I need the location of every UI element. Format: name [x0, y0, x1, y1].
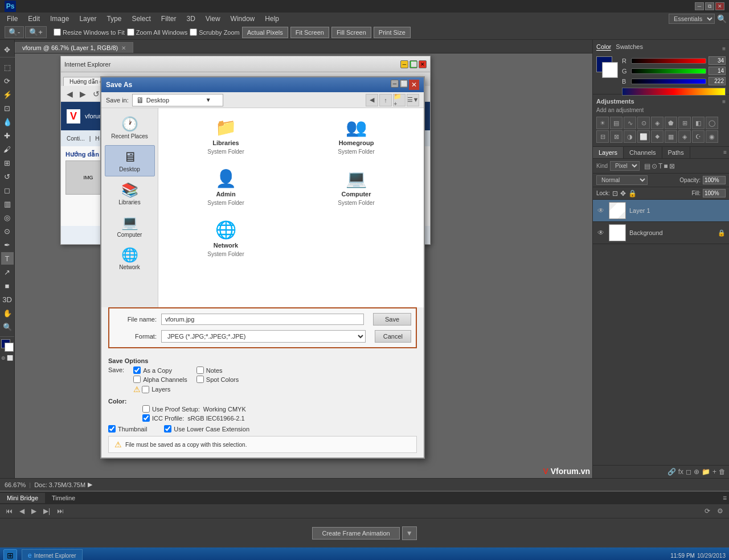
color-panel-menu[interactable]: ≡ — [722, 46, 726, 52]
minibridge-settings[interactable]: ⚙ — [715, 507, 726, 516]
adj-vibrance[interactable]: ◈ — [651, 117, 664, 129]
paths-tab[interactable]: Paths — [662, 147, 690, 158]
b-value[interactable] — [708, 77, 726, 85]
menu-select[interactable]: Select — [127, 14, 155, 24]
r-value[interactable] — [708, 56, 726, 65]
print-size-button[interactable]: Print Size — [374, 27, 411, 38]
as-a-copy-checkbox[interactable] — [133, 367, 141, 374]
browser-minimize[interactable]: ─ — [400, 60, 408, 68]
resize-windows-checkbox[interactable] — [54, 28, 61, 36]
minibridge-back[interactable]: ◀ — [17, 507, 27, 516]
save-in-dropdown[interactable]: 🖥 Desktop ▼ — [132, 94, 223, 106]
fit-screen-button[interactable]: Fit Screen — [290, 27, 329, 38]
tool-dodge[interactable]: ⊙ — [1, 225, 14, 237]
minibridge-next[interactable]: ▶| — [41, 507, 52, 516]
sidebar-desktop[interactable]: 🖥 Desktop — [105, 145, 155, 176]
zoom-in-button[interactable]: 🔍+ — [25, 26, 47, 38]
close-button[interactable]: ✕ — [715, 2, 724, 10]
tool-3d[interactable]: 3D — [1, 293, 14, 306]
layer1-visibility[interactable]: 👁 — [596, 206, 605, 215]
nav-home[interactable]: Conti... — [67, 135, 85, 142]
tool-eyedropper[interactable]: 💧 — [1, 116, 14, 128]
notes-option[interactable]: Notes — [196, 367, 239, 374]
lock-pixel-icon[interactable]: ⊡ — [612, 190, 618, 197]
tool-crop[interactable]: ⊡ — [1, 102, 14, 114]
spot-colors-option[interactable]: Spot Colors — [196, 376, 239, 383]
dialog-close-button[interactable]: ✕ — [409, 80, 419, 90]
sidebar-network[interactable]: 🌐 Network — [105, 244, 155, 274]
filter-smart-icon[interactable]: ⊠ — [669, 162, 675, 170]
delete-layer-icon[interactable]: 🗑 — [719, 468, 726, 476]
menu-filter[interactable]: Filter — [157, 14, 181, 24]
dialog-minimize[interactable]: ─ — [391, 80, 399, 88]
filter-adjust-icon[interactable]: ⊙ — [652, 162, 657, 170]
save-button[interactable]: Save — [373, 313, 411, 326]
zoom-all-windows-label[interactable]: Zoom All Windows — [127, 28, 187, 36]
menu-view[interactable]: View — [201, 14, 225, 24]
opacity-input[interactable] — [703, 176, 726, 184]
adj-photofilt[interactable]: ◯ — [706, 117, 718, 129]
adj-channelmix[interactable]: ⊟ — [596, 130, 609, 143]
zoom-out-button[interactable]: 🔍- — [5, 26, 24, 38]
b-slider[interactable] — [631, 79, 706, 84]
resize-windows-label[interactable]: Resize Windows to Fit — [54, 28, 125, 36]
adj-brightness[interactable]: ☀ — [596, 117, 609, 129]
menu-help[interactable]: Help — [260, 14, 284, 24]
workspace-dropdown[interactable]: Essentials — [669, 14, 715, 24]
file-libraries[interactable]: 📁 Libraries System Folder — [163, 113, 289, 159]
lock-all-icon[interactable]: 🔒 — [628, 190, 637, 197]
browser-back[interactable]: ◀ — [64, 88, 75, 100]
menu-edit[interactable]: Edit — [23, 14, 44, 24]
sidebar-computer[interactable]: 💻 Computer — [105, 211, 155, 241]
file-computer[interactable]: 💻 Computer System Folder — [293, 164, 419, 211]
use-proof-option[interactable]: Use Proof Setup: Working CMYK — [142, 405, 417, 413]
r-slider[interactable] — [631, 58, 706, 64]
lock-position-icon[interactable]: ✥ — [620, 190, 626, 197]
start-button[interactable]: ⊞ — [3, 549, 17, 560]
blend-mode-dropdown[interactable]: Normal — [596, 175, 648, 185]
zoom-all-windows-checkbox[interactable] — [127, 28, 134, 36]
as-a-copy-option[interactable]: As a Copy — [133, 367, 187, 374]
scrubby-zoom-checkbox[interactable] — [190, 28, 197, 36]
alpha-channels-checkbox[interactable] — [133, 376, 141, 383]
restore-button[interactable]: ⧉ — [705, 2, 714, 10]
create-animation-dropdown[interactable]: ▼ — [402, 526, 417, 540]
g-slider[interactable] — [631, 68, 706, 74]
filename-input[interactable] — [161, 314, 364, 325]
minibridge-loop[interactable]: ⟳ — [702, 507, 712, 516]
minibridge-prev[interactable]: ⏮ — [3, 507, 15, 516]
create-animation-button[interactable]: Create Frame Animation — [312, 527, 399, 540]
lowercase-option[interactable]: Use Lower Case Extension — [164, 425, 249, 433]
background-color-swatch[interactable] — [602, 62, 618, 78]
tool-shape[interactable]: ■ — [1, 279, 14, 292]
sidebar-recent-places[interactable]: 🕐 Recent Places — [105, 113, 155, 143]
layers-checkbox[interactable] — [142, 386, 149, 393]
file-homegroup[interactable]: 👥 Homegroup System Folder — [293, 113, 419, 159]
toolbar-new-folder[interactable]: 📁+ — [393, 94, 406, 106]
channels-tab[interactable]: Channels — [624, 147, 662, 158]
adj-bw[interactable]: ◧ — [692, 117, 705, 129]
adj-invert[interactable]: ◑ — [624, 130, 636, 143]
browser-close[interactable]: ✕ — [419, 60, 427, 68]
layer-group-icon[interactable]: 📁 — [702, 468, 710, 476]
link-layers-icon[interactable]: 🔗 — [667, 468, 676, 476]
actual-pixels-button[interactable]: Actual Pixels — [242, 27, 288, 38]
layers-option[interactable]: Layers — [142, 386, 170, 393]
tool-move[interactable]: ✥ — [1, 43, 14, 56]
tool-path[interactable]: ↗ — [1, 266, 14, 278]
lowercase-checkbox[interactable] — [164, 425, 171, 433]
filter-type-icon[interactable]: T — [658, 162, 662, 170]
spot-colors-checkbox[interactable] — [196, 376, 204, 383]
layers-tab[interactable]: Layers — [593, 147, 624, 158]
filter-shape-icon[interactable]: ■ — [664, 162, 667, 170]
cancel-button[interactable]: Cancel — [375, 330, 411, 343]
file-admin[interactable]: 👤 Admin System Folder — [163, 164, 289, 211]
adj-curves[interactable]: ∿ — [624, 117, 636, 129]
new-layer-icon[interactable]: + — [712, 468, 716, 476]
menu-3d[interactable]: 3D — [182, 14, 199, 24]
window-controls[interactable]: ─ ⧉ ✕ — [695, 2, 724, 10]
layer-effects-icon[interactable]: fx — [678, 468, 683, 476]
kind-dropdown[interactable]: Pixel — [610, 161, 640, 171]
tool-gradient[interactable]: ▥ — [1, 197, 14, 210]
adj-gradmap[interactable]: ▦ — [665, 130, 677, 143]
